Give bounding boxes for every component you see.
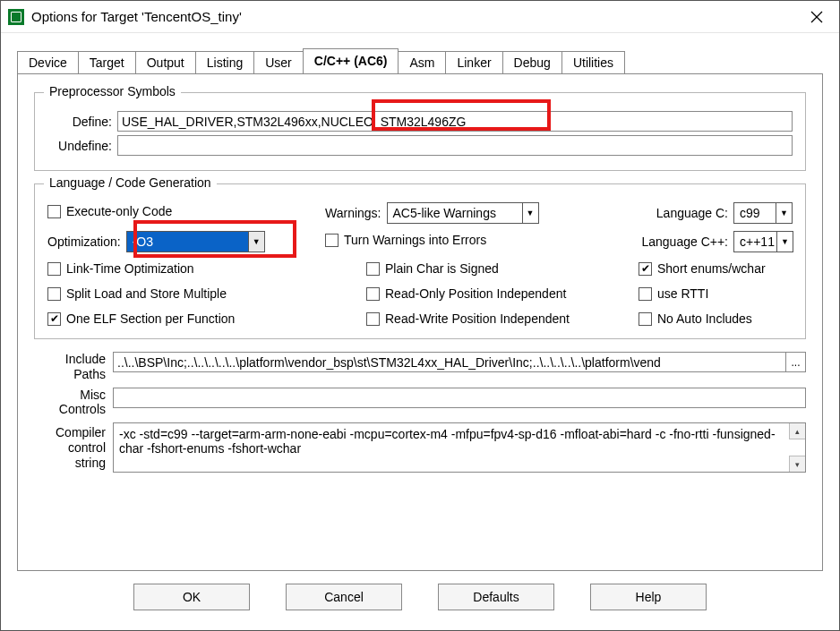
compiler-string-label: Compiler control string <box>34 422 113 473</box>
tabstrip: Device Target Output Listing User C/C++ … <box>17 49 823 73</box>
ok-button[interactable]: OK <box>133 584 250 610</box>
short-enums-checkbox[interactable]: Short enums/wchar <box>639 261 793 276</box>
tab-page: Preprocessor Symbols Define: Undefine: L… <box>17 73 823 571</box>
tab-user[interactable]: User <box>253 51 304 74</box>
split-load-checkbox[interactable]: Split Load and Store Multiple <box>47 286 325 301</box>
warnings-label: Warnings: <box>325 206 381 220</box>
undefine-label: Undefine: <box>47 139 117 153</box>
include-paths-label: Include Paths <box>34 352 113 382</box>
lto-checkbox[interactable]: Link-Time Optimization <box>47 261 325 276</box>
rw-pi-checkbox[interactable]: Read-Write Position Independent <box>325 311 639 326</box>
scroll-up-icon[interactable]: ▴ <box>789 423 805 439</box>
define-input[interactable] <box>117 111 793 132</box>
misc-controls-input[interactable] <box>113 388 806 408</box>
compiler-string-box: -xc -std=c99 --target=arm-arm-none-eabi … <box>113 422 806 473</box>
include-paths-input[interactable] <box>113 352 786 372</box>
tab-output[interactable]: Output <box>135 51 196 74</box>
preprocessor-group: Preprocessor Symbols Define: Undefine: <box>34 92 806 171</box>
defaults-button[interactable]: Defaults <box>438 584 554 610</box>
use-rtti-checkbox[interactable]: use RTTI <box>639 286 793 301</box>
tab-linker[interactable]: Linker <box>445 51 502 74</box>
one-elf-checkbox[interactable]: One ELF Section per Function <box>47 311 325 326</box>
chevron-down-icon <box>248 232 264 252</box>
chevron-down-icon <box>776 232 793 252</box>
plain-char-checkbox[interactable]: Plain Char is Signed <box>325 261 639 276</box>
cancel-button[interactable]: Cancel <box>286 584 402 610</box>
preprocessor-legend: Preprocessor Symbols <box>44 84 181 98</box>
titlebar: Options for Target 'TencentOS_tiny' <box>1 1 839 33</box>
lang-c-label: Language C: <box>639 206 728 220</box>
button-row: OK Cancel Defaults Help <box>17 571 823 623</box>
tab-device[interactable]: Device <box>17 51 79 74</box>
lang-c-select[interactable]: c99 <box>733 202 793 224</box>
define-label: Define: <box>47 115 117 129</box>
optimization-label: Optimization: <box>47 234 121 249</box>
window-title: Options for Target 'TencentOS_tiny' <box>31 9 242 24</box>
help-button[interactable]: Help <box>590 584 707 610</box>
lang-cpp-label: Language C++: <box>639 234 728 249</box>
scroll-down-icon[interactable]: ▾ <box>789 456 805 472</box>
dialog-body: Device Target Output Listing User C/C++ … <box>1 33 839 630</box>
optimization-select[interactable]: -O3 <box>126 231 265 252</box>
tab-target[interactable]: Target <box>78 51 136 74</box>
ro-pi-checkbox[interactable]: Read-Only Position Independent <box>325 286 639 301</box>
lang-cpp-select[interactable]: c++11 <box>733 231 793 252</box>
misc-controls-label: Misc Controls <box>34 388 113 418</box>
tab-listing[interactable]: Listing <box>195 51 254 74</box>
undefine-input[interactable] <box>117 135 793 156</box>
warnings-select[interactable]: AC5-like Warnings <box>387 202 539 224</box>
chevron-down-icon <box>522 203 538 223</box>
options-dialog: Options for Target 'TencentOS_tiny' Devi… <box>0 0 840 631</box>
tab-debug[interactable]: Debug <box>502 51 562 74</box>
execute-only-checkbox[interactable]: Execute-only Code <box>47 204 325 218</box>
no-auto-includes-checkbox[interactable]: No Auto Includes <box>639 311 793 326</box>
chevron-down-icon <box>776 203 792 223</box>
tab-utilities[interactable]: Utilities <box>561 51 625 74</box>
turn-warnings-errors-checkbox[interactable]: Turn Warnings into Errors <box>325 233 639 247</box>
codegen-legend: Language / Code Generation <box>44 175 217 190</box>
close-button[interactable] <box>796 1 837 33</box>
tab-c-cpp[interactable]: C/C++ (AC6) <box>303 48 399 73</box>
include-paths-browse[interactable]: ... <box>786 352 806 372</box>
codegen-group: Language / Code Generation Execute-only … <box>34 183 806 339</box>
tab-asm[interactable]: Asm <box>398 51 446 74</box>
app-icon <box>8 9 24 25</box>
